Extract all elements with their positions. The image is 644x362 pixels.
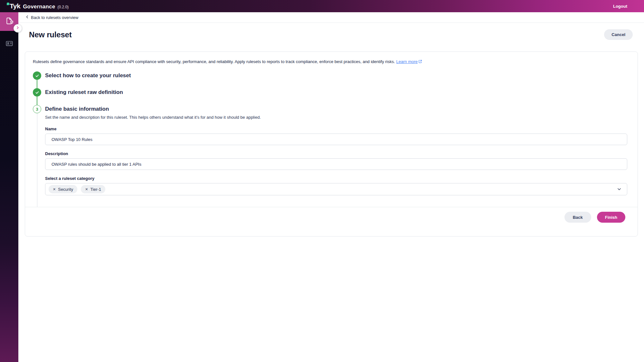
- description-input[interactable]: [45, 158, 627, 170]
- chevron-down-icon: [617, 187, 622, 192]
- intro-paragraph: Rulesets define governance standards and…: [25, 52, 638, 64]
- tag-label: Tier-1: [90, 187, 101, 192]
- category-multiselect[interactable]: ✕ Security ✕ Tier-1: [45, 183, 627, 195]
- back-to-rulesets-link[interactable]: Back to rulesets overview: [25, 15, 78, 20]
- back-button[interactable]: Back: [564, 212, 591, 223]
- finish-button[interactable]: Finish: [597, 212, 625, 223]
- sidebar-expand-toggle[interactable]: [14, 24, 22, 32]
- top-bar: Tyk Governance (0.2.0) Logout: [0, 0, 644, 12]
- chevron-right-icon: [15, 25, 20, 31]
- step-3-number-badge: 3: [33, 105, 41, 113]
- description-label: Description: [45, 151, 627, 156]
- remove-tag-icon[interactable]: ✕: [53, 188, 56, 191]
- step-3-description: Set the name and description for this ru…: [45, 115, 627, 120]
- step-2-rail: [33, 88, 41, 105]
- logout-button[interactable]: Logout: [613, 4, 627, 9]
- main-content: Back to rulesets overview New ruleset Ca…: [18, 12, 644, 362]
- intro-text: Rulesets define governance standards and…: [33, 59, 395, 64]
- name-input[interactable]: [45, 134, 627, 145]
- ruleset-wizard-card: Rulesets define governance standards and…: [25, 51, 638, 237]
- category-label: Select a ruleset category: [45, 176, 627, 181]
- tyk-logo: Tyk: [10, 2, 20, 10]
- remove-tag-icon[interactable]: ✕: [85, 188, 88, 191]
- connector-line: [37, 80, 37, 88]
- learn-more-label: Learn more: [396, 59, 418, 64]
- category-tag-tier1: ✕ Tier-1: [81, 185, 105, 193]
- step-1-check-icon: [33, 71, 41, 80]
- page-title: New ruleset: [29, 30, 72, 39]
- step-1: Select how to create your ruleset: [33, 71, 627, 88]
- wizard-stepper: Select how to create your ruleset Existi…: [25, 64, 638, 207]
- wizard-footer: Back Finish: [25, 207, 638, 236]
- external-link-icon: [419, 59, 422, 64]
- document-shield-icon: [5, 17, 14, 26]
- brand-logo: Tyk Governance (0.2.0): [10, 2, 69, 10]
- step-3-body: Define basic information Set the name an…: [41, 105, 627, 207]
- back-bar: Back to rulesets overview: [18, 12, 644, 23]
- name-label: Name: [45, 126, 627, 131]
- sidebar: [0, 12, 18, 362]
- step-1-body: Select how to create your ruleset: [41, 71, 627, 88]
- step-3-rail: 3: [33, 105, 41, 207]
- cancel-button[interactable]: Cancel: [604, 29, 633, 40]
- step-2-check-icon: [33, 88, 41, 97]
- learn-more-link[interactable]: Learn more: [396, 59, 422, 64]
- description-field-group: Description: [45, 151, 627, 170]
- connector-line: [37, 113, 37, 207]
- id-card-icon: [5, 39, 14, 49]
- step-3-title: Define basic information: [45, 105, 627, 113]
- step-1-rail: [33, 71, 41, 88]
- name-field-group: Name: [45, 126, 627, 145]
- page-header: New ruleset Cancel: [29, 29, 633, 40]
- connector-line: [37, 97, 37, 105]
- step-2-body: Existing ruleset raw definition: [41, 88, 627, 105]
- version-label: (0.2.0): [57, 5, 69, 9]
- category-tag-security: ✕ Security: [49, 185, 77, 193]
- tag-label: Security: [58, 187, 73, 192]
- tyk-logo-dot-icon: [7, 3, 9, 5]
- step-1-title: Select how to create your ruleset: [45, 71, 627, 80]
- category-field-group: Select a ruleset category ✕ Security ✕ T…: [45, 176, 627, 195]
- sidebar-item-reports[interactable]: [0, 37, 18, 51]
- step-2-title: Existing ruleset raw definition: [45, 88, 627, 97]
- step-2: Existing ruleset raw definition: [33, 88, 627, 105]
- back-link-label: Back to rulesets overview: [31, 15, 78, 20]
- product-name: Governance: [23, 4, 55, 10]
- chevron-left-icon: [25, 15, 29, 20]
- step-3: 3 Define basic information Set the name …: [33, 105, 627, 207]
- brand-name: Tyk: [10, 2, 20, 10]
